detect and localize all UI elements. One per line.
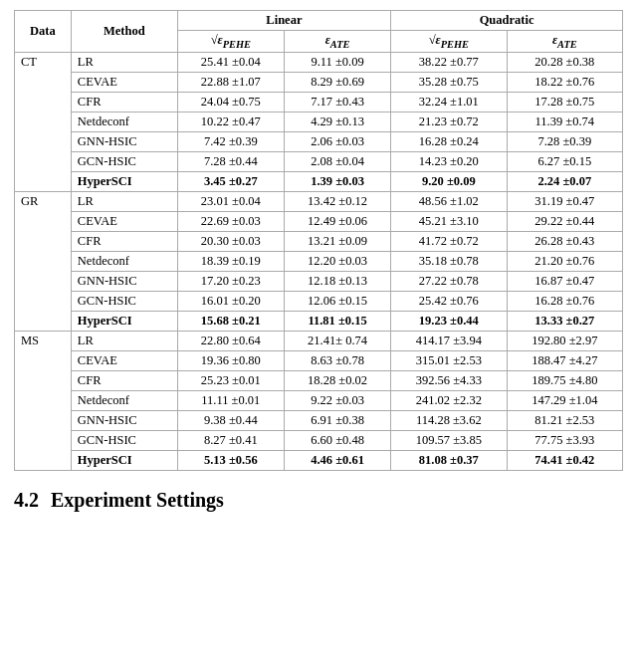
lin_ate-value: 18.28 ±0.02 [284,370,390,390]
lin_pehe-value: 16.01 ±0.20 [177,291,284,311]
lin_pehe-value: 7.28 ±0.44 [177,151,284,171]
lin_ate-value: 4.46 ±0.61 [284,450,390,470]
quad_ate-value: 147.29 ±1.04 [507,390,622,410]
method-label: Netdeconf [71,251,177,271]
method-label: CEVAE [71,72,177,92]
lin_ate-value: 11.81 ±0.15 [284,311,390,331]
lin_ate-value: 6.91 ±0.38 [284,410,390,430]
col-group-row: Data Method Linear Quadratic [15,11,623,31]
lin_pehe-value: 7.42 ±0.39 [177,131,284,151]
table-row: CFR20.30 ±0.0313.21 ±0.0941.72 ±0.7226.2… [15,231,623,251]
table-row: HyperSCI5.13 ±0.564.46 ±0.6181.08 ±0.377… [15,450,623,470]
method-label: GNN-HSIC [71,271,177,291]
table-row: Netdeconf18.39 ±0.1912.20 ±0.0335.18 ±0.… [15,251,623,271]
lin_ate-value: 12.49 ±0.06 [284,211,390,231]
lin_ate-value: 4.29 ±0.13 [284,112,390,131]
quad_ate-value: 11.39 ±0.74 [507,112,622,131]
table-row: CFR25.23 ±0.0118.28 ±0.02392.56 ±4.33189… [15,370,623,390]
table-row: GRLR23.01 ±0.0413.42 ±0.1248.56 ±1.0231.… [15,191,623,211]
method-label: LR [71,331,177,350]
lin_pehe-value: 5.13 ±0.56 [177,450,284,470]
table-row: Netdeconf10.22 ±0.474.29 ±0.1321.23 ±0.7… [15,112,623,131]
table-row: GCN-HSIC8.27 ±0.416.60 ±0.48109.57 ±3.85… [15,430,623,450]
lin_pehe-value: 9.38 ±0.44 [177,410,284,430]
lin_pehe-value: 18.39 ±0.19 [177,251,284,271]
method-label: CFR [71,231,177,251]
quad_ate-value: 192.80 ±2.97 [507,331,622,350]
method-label: CFR [71,92,177,112]
lin_ate-value: 13.42 ±0.12 [284,191,390,211]
quad-ate-header: εATE [507,31,622,53]
quad_ate-value: 16.87 ±0.47 [507,271,622,291]
lin_ate-value: 12.06 ±0.15 [284,291,390,311]
lin_ate-value: 9.22 ±0.03 [284,390,390,410]
lin_pehe-value: 20.30 ±0.03 [177,231,284,251]
lin_pehe-value: 24.04 ±0.75 [177,92,284,112]
group-label: MS [15,331,72,470]
method-col-header: Method [71,11,177,53]
quad_pehe-value: 315.01 ±2.53 [391,350,507,370]
quad_ate-value: 29.22 ±0.44 [507,211,622,231]
lin_ate-value: 6.60 ±0.48 [284,430,390,450]
quad_ate-value: 81.21 ±2.53 [507,410,622,430]
quad_ate-value: 17.28 ±0.75 [507,92,622,112]
table-row: MSLR22.80 ±0.6421.41± 0.74414.17 ±3.9419… [15,331,623,350]
quad_pehe-value: 25.42 ±0.76 [391,291,507,311]
method-label: Netdeconf [71,390,177,410]
group-label: CT [15,52,72,191]
quad_ate-value: 31.19 ±0.47 [507,191,622,211]
quad_pehe-value: 21.23 ±0.72 [391,112,507,131]
quad_ate-value: 6.27 ±0.15 [507,151,622,171]
section-title: Experiment Settings [51,489,224,511]
table-row: Netdeconf11.11 ±0.019.22 ±0.03241.02 ±2.… [15,390,623,410]
quad_pehe-value: 35.28 ±0.75 [391,72,507,92]
lin_pehe-value: 23.01 ±0.04 [177,191,284,211]
quad_ate-value: 77.75 ±3.93 [507,430,622,450]
results-table-container: Data Method Linear Quadratic √εPEHE εATE… [14,10,623,471]
table-row: GCN-HSIC16.01 ±0.2012.06 ±0.1525.42 ±0.7… [15,291,623,311]
method-label: Netdeconf [71,112,177,131]
lin_ate-value: 21.41± 0.74 [284,331,390,350]
lin_pehe-value: 19.36 ±0.80 [177,350,284,370]
method-label: LR [71,52,177,72]
method-label: GCN-HSIC [71,291,177,311]
quad_pehe-value: 48.56 ±1.02 [391,191,507,211]
table-row: CEVAE22.69 ±0.0312.49 ±0.0645.21 ±3.1029… [15,211,623,231]
lin_pehe-value: 3.45 ±0.27 [177,171,284,191]
table-row: GCN-HSIC7.28 ±0.442.08 ±0.0414.23 ±0.206… [15,151,623,171]
quad_ate-value: 21.20 ±0.76 [507,251,622,271]
table-row: CFR24.04 ±0.757.17 ±0.4332.24 ±1.0117.28… [15,92,623,112]
lin_pehe-value: 8.27 ±0.41 [177,430,284,450]
table-row: CEVAE19.36 ±0.808.63 ±0.78315.01 ±2.5318… [15,350,623,370]
section-header: 4.2Experiment Settings [14,489,623,512]
quad_pehe-value: 35.18 ±0.78 [391,251,507,271]
table-row: HyperSCI15.68 ±0.2111.81 ±0.1519.23 ±0.4… [15,311,623,331]
table-row: GNN-HSIC17.20 ±0.2312.18 ±0.1327.22 ±0.7… [15,271,623,291]
table-row: HyperSCI3.45 ±0.271.39 ±0.039.20 ±0.092.… [15,171,623,191]
data-col-header: Data [15,11,72,53]
quad_ate-value: 16.28 ±0.76 [507,291,622,311]
lin_ate-value: 9.11 ±0.09 [284,52,390,72]
quad_ate-value: 188.47 ±4.27 [507,350,622,370]
quad_pehe-value: 38.22 ±0.77 [391,52,507,72]
quad_pehe-value: 414.17 ±3.94 [391,331,507,350]
lin_ate-value: 8.63 ±0.78 [284,350,390,370]
table-row: CTLR25.41 ±0.049.11 ±0.0938.22 ±0.7720.2… [15,52,623,72]
lin-ate-header: εATE [284,31,390,53]
linear-group-header: Linear [177,11,390,31]
quad_pehe-value: 16.28 ±0.24 [391,131,507,151]
lin_ate-value: 2.08 ±0.04 [284,151,390,171]
lin_pehe-value: 22.80 ±0.64 [177,331,284,350]
quad-pehe-header: √εPEHE [391,31,507,53]
method-label: HyperSCI [71,450,177,470]
method-label: GNN-HSIC [71,410,177,430]
quad_pehe-value: 41.72 ±0.72 [391,231,507,251]
method-label: GNN-HSIC [71,131,177,151]
method-label: CEVAE [71,350,177,370]
lin_ate-value: 2.06 ±0.03 [284,131,390,151]
quad_pehe-value: 9.20 ±0.09 [391,171,507,191]
lin_pehe-value: 17.20 ±0.23 [177,271,284,291]
lin_pehe-value: 22.88 ±1.07 [177,72,284,92]
lin_ate-value: 12.20 ±0.03 [284,251,390,271]
quad_pehe-value: 241.02 ±2.32 [391,390,507,410]
